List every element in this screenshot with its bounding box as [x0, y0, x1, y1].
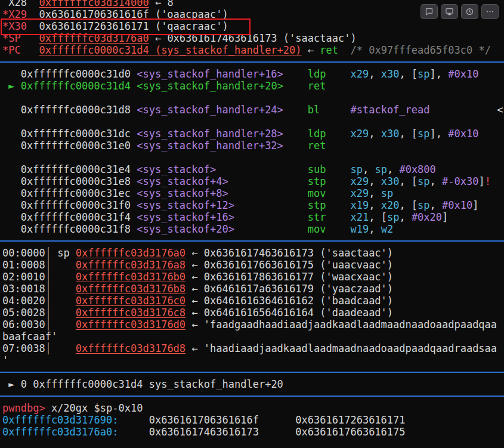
text-run — [283, 104, 308, 116]
text-run: , — [369, 223, 381, 235]
text-run — [326, 128, 351, 140]
stack-offset: 03:0018 — [2, 283, 45, 295]
text-run: sp — [418, 175, 429, 187]
insn-address: 0xffffffc0000c31d0 — [21, 68, 131, 80]
register-row: *SP 0xffffffc03d3176a0 ← 0x6361617463616… — [2, 32, 504, 44]
terminal-screen: X28 0xffffffc03d314000 ← 8*X29 0x6361617… — [0, 0, 504, 448]
text-run — [131, 175, 137, 187]
text-run — [131, 223, 137, 235]
section-separator — [2, 390, 504, 402]
text-run — [131, 128, 137, 140]
text-run: x29 — [350, 68, 369, 80]
text-run: , — [369, 175, 381, 187]
text-run: , [ — [399, 128, 418, 140]
text-run — [51, 319, 76, 330]
disasm-row: 0xffffffc0000c31ec <sys_stackof+8> mov x… — [2, 187, 504, 199]
mnemonic: ret — [308, 140, 326, 152]
stack-row: 06:0030│ 0xffffffc03d3176d0 ← 'faadgaadh… — [2, 319, 504, 330]
text-run: sp — [387, 211, 399, 223]
text-run: x29 — [350, 187, 369, 199]
address-link: 0xffffffc0000c31d4 (sys_stackof_handler+… — [39, 44, 301, 56]
register-row: *PC 0xffffffc0000c31d4 (sys_stackof_hand… — [2, 44, 504, 56]
text-run — [51, 259, 76, 271]
text-run: , — [369, 128, 381, 140]
blank-row — [2, 92, 504, 104]
text-run — [2, 223, 21, 235]
disasm-row: 0xffffffc0000c31d0 <sys_stackof_handler+… — [2, 68, 504, 80]
text-run: │ — [45, 247, 51, 259]
stack-row: 00:0000│ sp 0xffffffc03d3176a0 ← 0x63616… — [2, 247, 504, 259]
text-run — [2, 211, 21, 223]
register-name: *X30 — [2, 20, 27, 32]
text-run: x29 — [350, 128, 369, 140]
text-run — [51, 271, 76, 283]
text-run — [27, 8, 39, 20]
command-row[interactable]: pwndbg> x/20gx $sp-0x10 — [2, 402, 504, 414]
text-run: X28 — [2, 0, 39, 8]
text-run: ] — [479, 175, 485, 187]
section-separator — [2, 366, 504, 378]
text-run — [21, 44, 39, 56]
comment-button[interactable] — [420, 4, 438, 19]
stack-offset: 06:0030 — [2, 319, 45, 330]
text-run: , — [430, 175, 442, 187]
truncated-annotation: < — [497, 104, 503, 116]
comment: /* 0x97fffead65f03c0 */ — [350, 44, 490, 56]
text-run: │ — [45, 342, 51, 354]
stack-value: ← 0x6461616564616164 ('daadeaad') — [185, 307, 393, 319]
disasm-row: 0xffffffc0000c31f4 <sys_stackof+16> str … — [2, 211, 504, 223]
section-separator — [2, 235, 504, 247]
stack-offset: 07:0038 — [2, 342, 45, 354]
display-button[interactable] — [441, 4, 458, 19]
text-run — [2, 140, 21, 152]
prompt: pwndbg> — [2, 402, 51, 414]
text-run — [338, 44, 350, 56]
disasm-row: 0xffffffc0000c31f8 <sys_stackof+20> mov … — [2, 223, 504, 235]
text-run: , [ — [399, 175, 418, 187]
text-run — [2, 80, 8, 92]
writeback-flag: ! — [485, 175, 491, 187]
immediate: #0x10 — [448, 68, 478, 80]
comment-icon — [425, 7, 434, 16]
immediate: #-0x30 — [442, 175, 478, 187]
address-link: 0xffffffc03d3176b8 — [76, 283, 185, 295]
text-run — [118, 426, 149, 438]
text-run — [131, 187, 137, 199]
disasm-row: 0xffffffc0000c31e0 <sys_stackof_handler+… — [2, 140, 504, 152]
text-run — [234, 211, 308, 223]
memory-row: 0xffffffc03d317690: 0x636161706361616f 0… — [2, 414, 504, 426]
text-run — [430, 104, 497, 116]
text-run — [2, 104, 21, 116]
text-run: ], — [430, 128, 449, 140]
text-run: x30 — [381, 175, 400, 187]
text-run — [131, 140, 137, 152]
text-run: ← — [149, 0, 168, 8]
more-icon — [486, 7, 494, 16]
address-link: 0xffffffc03d3176c0 — [76, 295, 185, 307]
current-frame-marker: ► — [8, 378, 14, 390]
address-link: 0xffffffc03d3176b0 — [76, 271, 185, 283]
stack-row: 01:0008│ 0xffffffc03d3176a8 ← 0x63616176… — [2, 259, 504, 271]
mnemonic: ldp — [308, 68, 326, 80]
register-name: *SP — [2, 32, 21, 44]
insn-address: 0xffffffc0000c31d4 — [21, 80, 131, 92]
terminal[interactable]: X28 0xffffffc03d314000 ← 8*X29 0x6361617… — [2, 0, 504, 438]
text-run — [283, 128, 308, 140]
stack-offset: 01:0008 — [2, 259, 45, 271]
history-button[interactable] — [461, 4, 478, 19]
more-button[interactable] — [481, 4, 499, 19]
memory-value: 0x6361617663616175 — [295, 426, 405, 438]
mnemonic: bl — [308, 104, 320, 116]
address-link: 0xffffffc03d3176c8 — [76, 307, 185, 319]
text-run: x30 — [381, 128, 400, 140]
mnemonic: ldp — [308, 128, 326, 140]
address-link: 0xffffffc03d3176a0 — [76, 247, 185, 259]
capture-toolbar — [420, 4, 499, 19]
stack-row: 04:0020│ 0xffffffc03d3176c0 ← 0x64616163… — [2, 295, 504, 307]
text-run: , — [363, 163, 375, 175]
memory-value: 0x6361617263616171 — [295, 414, 405, 426]
text-run: ], — [430, 68, 449, 80]
insn-address: 0xffffffc0000c31d8 — [21, 104, 131, 116]
mnemonic: stp — [308, 175, 326, 187]
text-run: sp — [418, 68, 429, 80]
